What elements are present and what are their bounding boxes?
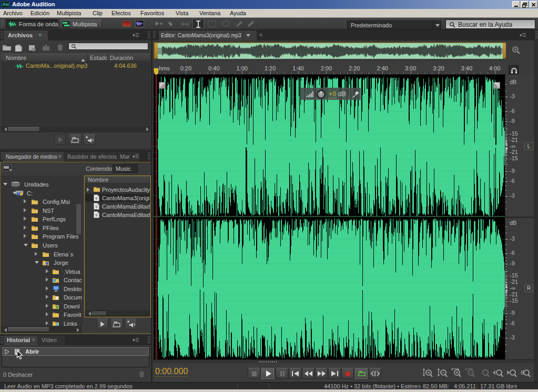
svg-text:9: 9 [95,204,98,209]
svg-text:9: 9 [95,213,98,218]
svg-text:9: 9 [95,196,98,201]
